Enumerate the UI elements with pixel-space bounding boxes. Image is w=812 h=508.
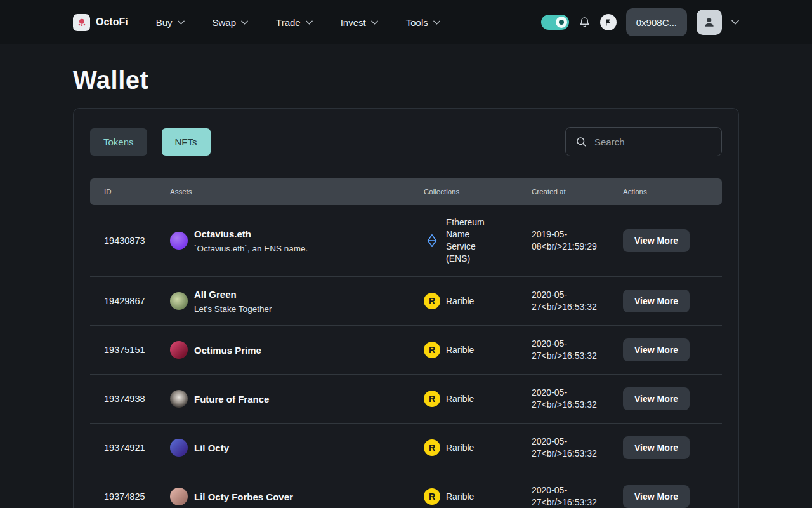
search-icon — [575, 136, 587, 147]
chevron-down-icon — [433, 20, 440, 25]
collection-name: Rarible — [446, 393, 487, 405]
nav-label: Buy — [156, 17, 173, 28]
account-button[interactable] — [697, 10, 722, 35]
view-more-button[interactable]: View More — [623, 436, 690, 459]
column-header-assets: Assets — [170, 188, 424, 196]
top-navigation: OctoFi Buy Swap Trade Invest Tools — [0, 0, 812, 44]
nav-label: Tools — [406, 17, 428, 28]
brand-logo[interactable]: OctoFi — [73, 14, 128, 31]
view-more-button[interactable]: View More — [623, 338, 690, 361]
nft-name: All Green — [194, 289, 272, 300]
table-row: 19430873 Octavius.eth `Octavius.eth`, an… — [90, 205, 722, 277]
wallet-card: Tokens NFTs ID Assets Collections Create… — [73, 108, 739, 508]
created-at: 2019-05-08<br/>21:59:29 — [532, 229, 623, 253]
nav-item-invest[interactable]: Invest — [341, 17, 378, 28]
bell-icon — [579, 16, 591, 29]
table-row: 19374921 Lil Octy R Rarible 2020-05-27<b… — [90, 424, 722, 472]
column-header-actions: Actions — [623, 188, 721, 196]
person-icon — [703, 16, 716, 29]
column-header-id: ID — [90, 188, 170, 196]
collection-name: Rarible — [446, 442, 487, 454]
community-button[interactable] — [600, 14, 617, 30]
nft-thumbnail — [170, 488, 188, 505]
chevron-down-icon — [371, 20, 378, 25]
created-at: 2020-05-27<br/>16:53:32 — [532, 387, 623, 411]
nft-thumbnail — [170, 341, 188, 359]
nav-label: Trade — [276, 17, 301, 28]
created-at: 2020-05-27<br/>16:53:32 — [532, 436, 623, 460]
nft-thumbnail — [170, 232, 188, 250]
nft-thumbnail — [170, 439, 188, 457]
nft-id: 19375151 — [90, 345, 170, 355]
asset-tabs: Tokens NFTs — [90, 128, 211, 156]
notifications-button[interactable] — [579, 16, 591, 29]
nav-label: Swap — [213, 17, 237, 28]
nft-description: Let's Stake Together — [194, 304, 272, 314]
nft-name: Lil Octy — [194, 443, 229, 453]
account-menu-chevron-icon[interactable] — [731, 20, 739, 25]
created-at: 2020-05-27<br/>16:53:32 — [532, 338, 623, 362]
collection-name: Rarible — [446, 344, 487, 356]
nft-id: 19374825 — [90, 491, 170, 502]
view-more-button[interactable]: View More — [623, 290, 690, 312]
nav-label: Invest — [341, 17, 366, 28]
nav-item-trade[interactable]: Trade — [276, 17, 313, 28]
rarible-icon: R — [424, 439, 440, 456]
collection-name: Rarible — [446, 295, 487, 307]
nft-id: 19374938 — [90, 394, 170, 404]
chevron-down-icon — [241, 20, 248, 25]
nft-name: Future of France — [194, 394, 269, 404]
search-box — [565, 127, 722, 156]
wallet-address: 0x908C... — [636, 17, 677, 28]
ens-icon — [424, 232, 440, 249]
wallet-address-button[interactable]: 0x908C... — [626, 8, 687, 36]
tab-tokens[interactable]: Tokens — [90, 128, 147, 156]
collection-name: Ethereum Name Service (ENS) — [446, 217, 487, 265]
rarible-icon: R — [424, 488, 440, 505]
collection-name: Rarible — [446, 491, 487, 503]
search-input[interactable] — [594, 137, 712, 147]
nft-thumbnail — [170, 390, 188, 408]
table-row: 19374825 Lil Octy Forbes Cover R Rarible… — [90, 472, 722, 508]
table-row: 19374938 Future of France R Rarible 2020… — [90, 375, 722, 424]
page-title: Wallet — [73, 66, 739, 95]
nft-id: 19429867 — [90, 296, 170, 306]
nav-item-swap[interactable]: Swap — [213, 17, 249, 28]
chevron-down-icon — [306, 20, 313, 25]
column-header-collections: Collections — [424, 188, 532, 196]
table-row: 19375151 Octimus Prime R Rarible 2020-05… — [90, 326, 722, 375]
view-more-button[interactable]: View More — [623, 485, 690, 508]
nft-name: Octavius.eth — [194, 229, 308, 239]
chevron-down-icon — [178, 20, 185, 25]
nft-description: `Octavius.eth`, an ENS name. — [194, 244, 308, 253]
nft-thumbnail — [170, 292, 188, 310]
nft-name: Octimus Prime — [194, 345, 261, 356]
nft-id: 19374921 — [90, 443, 170, 453]
flag-icon — [605, 18, 612, 27]
column-header-created-at: Created at — [532, 188, 623, 196]
rarible-icon: R — [424, 293, 440, 309]
rarible-icon: R — [424, 342, 440, 358]
rarible-icon: R — [424, 391, 440, 407]
table-header: ID Assets Collections Created at Actions — [90, 178, 722, 205]
nav-item-buy[interactable]: Buy — [156, 17, 185, 28]
view-more-button[interactable]: View More — [623, 229, 690, 252]
created-at: 2020-05-27<br/>16:53:32 — [532, 485, 623, 508]
nft-id: 19430873 — [90, 236, 170, 246]
nav-item-tools[interactable]: Tools — [406, 17, 440, 28]
octopus-logo-icon — [73, 14, 90, 31]
table-row: 19429867 All Green Let's Stake Together … — [90, 277, 722, 326]
toggle-knob — [556, 17, 567, 28]
tab-nfts[interactable]: NFTs — [162, 128, 211, 156]
nft-name: Lil Octy Forbes Cover — [194, 491, 293, 502]
created-at: 2020-05-27<br/>16:53:32 — [532, 289, 623, 313]
brand-name: OctoFi — [96, 17, 128, 28]
view-more-button[interactable]: View More — [623, 387, 690, 410]
theme-toggle[interactable] — [541, 15, 569, 30]
